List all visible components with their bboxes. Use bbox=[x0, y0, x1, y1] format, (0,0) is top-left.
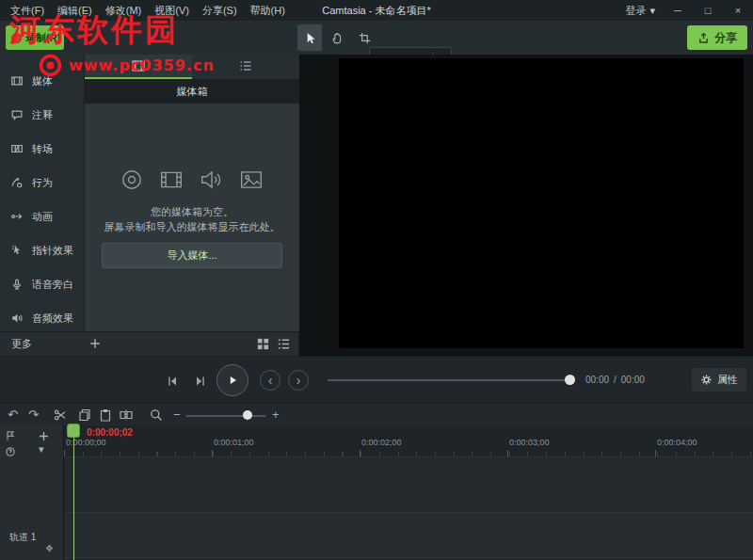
canvas-tools bbox=[297, 24, 376, 51]
library-tab-icon bbox=[238, 58, 253, 73]
watermark-logo-icon bbox=[38, 53, 63, 78]
sidebar-item-label: 指针效果 bbox=[32, 244, 73, 258]
timeline-ruler[interactable]: 0:00:00;00 0:00:01;00 0:00:02;00 0:00:03… bbox=[64, 425, 753, 457]
share-icon bbox=[697, 32, 710, 44]
ruler-tick-label: 0:00:01;00 bbox=[214, 438, 254, 447]
sidebar-item-voice-narration[interactable]: 语音旁白 bbox=[0, 267, 84, 301]
preview-canvas[interactable] bbox=[339, 58, 744, 348]
track1-row[interactable] bbox=[64, 512, 753, 558]
import-media-button[interactable]: 导入媒体... bbox=[102, 243, 282, 268]
login-label: 登录 bbox=[625, 4, 646, 18]
step-forward-icon: › bbox=[296, 374, 301, 387]
select-tool-button[interactable] bbox=[297, 24, 322, 51]
sidebar-item-label: 转场 bbox=[32, 142, 53, 156]
scissors-icon[interactable] bbox=[53, 408, 68, 423]
media-bin-header: 媒体箱 bbox=[85, 79, 299, 104]
microphone-icon bbox=[10, 278, 24, 291]
animation-icon bbox=[10, 210, 24, 223]
properties-button[interactable]: 属性 bbox=[692, 368, 746, 392]
list-view-icon[interactable] bbox=[277, 337, 291, 351]
share-label: 分享 bbox=[714, 30, 737, 46]
sidebar-item-label: 行为 bbox=[32, 176, 53, 190]
more-button[interactable]: 更多 bbox=[11, 332, 32, 356]
maximize-button[interactable]: □ bbox=[693, 0, 723, 21]
window-controls: ─ □ × bbox=[663, 0, 753, 21]
film-icon bbox=[158, 168, 184, 192]
next-frame-button[interactable] bbox=[190, 371, 211, 392]
playhead-handle[interactable] bbox=[67, 424, 80, 438]
sidebar-item-behaviors[interactable]: 行为 bbox=[0, 166, 84, 200]
close-button[interactable]: × bbox=[723, 0, 753, 21]
playhead-line[interactable] bbox=[73, 438, 74, 560]
timeline: ▾ 轨道 1 0:00:00;00 0:00:01;00 0:00:02;00 … bbox=[0, 425, 753, 560]
track-header-column: ▾ 轨道 1 bbox=[0, 425, 64, 560]
paste-icon[interactable] bbox=[98, 408, 113, 423]
behavior-icon bbox=[10, 176, 24, 189]
window-title: Camtasia - 未命名项目* bbox=[322, 0, 431, 21]
cursor-effects-icon bbox=[10, 244, 24, 257]
add-plus-icon[interactable] bbox=[88, 337, 102, 350]
step-back-icon: ‹ bbox=[268, 374, 273, 387]
sidebar-item-transitions[interactable]: 转场 bbox=[0, 132, 84, 166]
seek-slider-track[interactable] bbox=[328, 379, 574, 381]
minimize-button[interactable]: ─ bbox=[663, 0, 693, 21]
sidebar-item-audio-effects[interactable]: 音频效果 bbox=[0, 301, 84, 335]
chevron-down-icon: ▾ bbox=[649, 5, 655, 17]
play-button[interactable] bbox=[216, 364, 248, 396]
share-button[interactable]: 分享 bbox=[687, 25, 747, 50]
zoom-out-icon[interactable]: − bbox=[173, 407, 181, 424]
preview-panel bbox=[299, 55, 753, 356]
copy-icon[interactable] bbox=[77, 408, 92, 423]
ruler-tick-label: 0:00:04;00 bbox=[657, 438, 697, 447]
ruler-tick-mark bbox=[64, 450, 65, 456]
track1-label: 轨道 1 bbox=[9, 531, 36, 544]
speaker-icon bbox=[10, 312, 24, 325]
ruler-tick-mark bbox=[212, 450, 213, 456]
cursor-arrow-icon bbox=[303, 31, 317, 45]
record-circle-icon bbox=[120, 168, 144, 192]
split-icon[interactable] bbox=[119, 408, 134, 423]
marker-icon[interactable] bbox=[5, 430, 16, 441]
panel-bottom-strip: 更多 bbox=[0, 331, 299, 356]
timeline-toolbar: ↶ ↷ − + bbox=[0, 403, 753, 426]
gear-icon bbox=[700, 374, 713, 386]
timeline-tracks-area[interactable] bbox=[64, 457, 753, 560]
ruler-tick-mark bbox=[360, 450, 360, 456]
crop-icon bbox=[358, 31, 372, 45]
media-bin-panel: 媒体箱 您的媒体箱为空。 屏幕录制和导入的媒体将显示在此处。 导入媒体... bbox=[85, 55, 299, 331]
quiz-icon[interactable] bbox=[5, 446, 16, 457]
track-gear-icon[interactable] bbox=[45, 544, 54, 552]
time-total: 00:00 bbox=[621, 375, 645, 385]
sidebar-item-label: 音频效果 bbox=[32, 312, 73, 326]
step-forward-button[interactable]: › bbox=[288, 370, 309, 391]
timeline-zoom-slider-track[interactable] bbox=[186, 415, 265, 417]
seek-slider-handle[interactable] bbox=[565, 375, 575, 385]
chevron-down-icon[interactable]: ▾ bbox=[39, 443, 44, 456]
properties-label: 属性 bbox=[717, 373, 738, 387]
add-track-icon[interactable] bbox=[38, 430, 50, 442]
timeline-zoom-slider-handle[interactable] bbox=[243, 410, 252, 420]
sidebar-item-cursor-effects[interactable]: 指针效果 bbox=[0, 233, 84, 267]
redo-icon[interactable]: ↷ bbox=[28, 407, 39, 424]
watermark: 河东软件园 www.pc0359.cn bbox=[9, 9, 215, 78]
magnifier-icon[interactable] bbox=[149, 408, 164, 423]
sidebar-item-animations[interactable]: 动画 bbox=[0, 200, 84, 233]
ruler-tick-label: 0:00:02;00 bbox=[361, 438, 402, 447]
previous-frame-icon bbox=[165, 374, 180, 389]
callout-icon bbox=[10, 108, 24, 121]
login-menu[interactable]: 登录 ▾ bbox=[625, 0, 655, 21]
undo-icon[interactable]: ↶ bbox=[8, 407, 18, 424]
grid-view-icon[interactable] bbox=[256, 337, 270, 351]
next-frame-icon bbox=[193, 374, 208, 389]
watermark-site-url: www.pc0359.cn bbox=[69, 56, 215, 74]
zoom-in-icon[interactable]: + bbox=[272, 407, 280, 424]
pan-tool-button[interactable] bbox=[325, 24, 349, 51]
sidebar-item-annotations[interactable]: 注释 bbox=[0, 98, 84, 132]
previous-frame-button[interactable] bbox=[162, 371, 183, 392]
watermark-site-name: 河东软件园 bbox=[9, 9, 215, 52]
step-back-button[interactable]: ‹ bbox=[260, 370, 280, 391]
time-separator: / bbox=[614, 375, 617, 385]
ruler-tick-label: 0:00:03;00 bbox=[509, 438, 550, 447]
ruler-tick-label: 0:00:00;00 bbox=[66, 438, 106, 447]
menu-help[interactable]: 帮助(H) bbox=[244, 0, 292, 21]
